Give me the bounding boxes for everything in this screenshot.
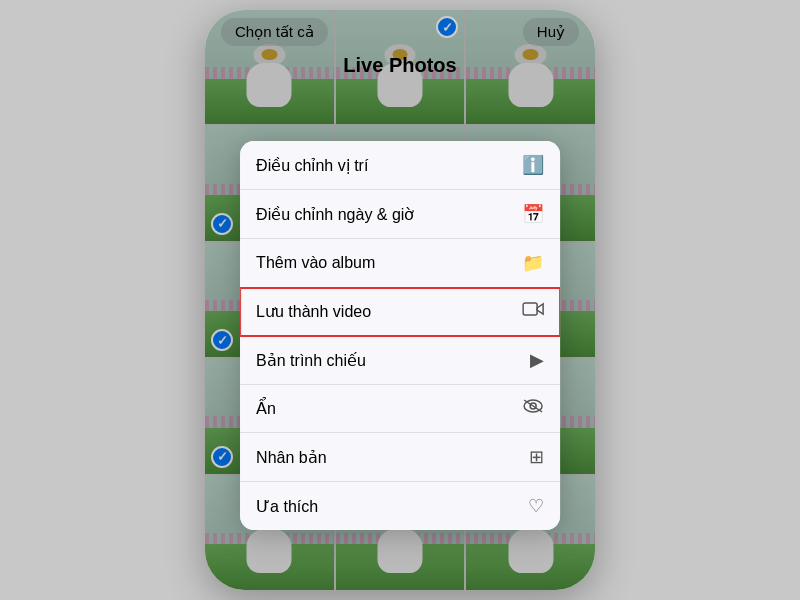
menu-item-favorite[interactable]: Ưa thích ♡ (240, 482, 560, 530)
menu-item-adjust-datetime-icon: 📅 (522, 203, 544, 225)
menu-item-duplicate-label: Nhân bản (256, 448, 327, 467)
phone-frame: ✓ ✓ ✓ (205, 10, 595, 590)
menu-item-favorite-icon: ♡ (528, 495, 544, 517)
menu-item-add-to-album[interactable]: Thêm vào album 📁 (240, 239, 560, 288)
svg-rect-0 (523, 303, 537, 315)
menu-item-slideshow-icon: ▶ (530, 349, 544, 371)
menu-item-adjust-location-label: Điều chỉnh vị trí (256, 156, 368, 175)
menu-item-adjust-location[interactable]: Điều chỉnh vị trí ℹ️ (240, 141, 560, 190)
menu-item-save-as-video-icon (522, 301, 544, 322)
menu-item-hide-icon (522, 398, 544, 419)
menu-item-add-to-album-icon: 📁 (522, 252, 544, 274)
menu-item-slideshow-label: Bản trình chiếu (256, 351, 366, 370)
menu-item-favorite-label: Ưa thích (256, 497, 318, 516)
menu-item-save-as-video[interactable]: Lưu thành video (240, 288, 560, 336)
menu-item-adjust-datetime-label: Điều chỉnh ngày & giờ (256, 205, 414, 224)
menu-item-hide[interactable]: Ẩn (240, 385, 560, 433)
menu-item-adjust-location-icon: ℹ️ (522, 154, 544, 176)
menu-item-duplicate[interactable]: Nhân bản ⊞ (240, 433, 560, 482)
context-menu: Điều chỉnh vị trí ℹ️ Điều chỉnh ngày & g… (240, 141, 560, 530)
menu-item-adjust-datetime[interactable]: Điều chỉnh ngày & giờ 📅 (240, 190, 560, 239)
menu-item-add-to-album-label: Thêm vào album (256, 254, 375, 272)
menu-item-hide-label: Ẩn (256, 399, 276, 418)
menu-item-save-as-video-label: Lưu thành video (256, 302, 371, 321)
menu-item-duplicate-icon: ⊞ (529, 446, 544, 468)
menu-item-slideshow[interactable]: Bản trình chiếu ▶ (240, 336, 560, 385)
